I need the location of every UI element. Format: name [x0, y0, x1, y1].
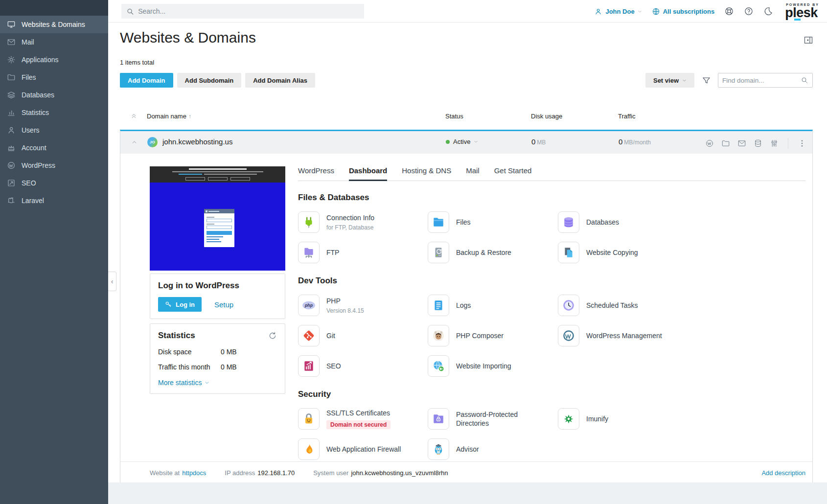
tool-web-application-firewall[interactable]: Web Application Firewall — [298, 437, 428, 461]
sidebar-item-seo[interactable]: SEO — [0, 174, 108, 192]
sidebar-item-mail[interactable]: Mail — [0, 33, 108, 51]
sidebar-item-statistics[interactable]: Statistics — [0, 104, 108, 121]
system-user-label: System user — [313, 469, 348, 477]
find-domain-input[interactable] — [722, 77, 801, 84]
flame-icon — [298, 438, 320, 460]
tool-logs[interactable]: Logs — [428, 294, 558, 317]
tool-advisor[interactable]: Advisor — [428, 437, 558, 461]
tab-wordpress[interactable]: WordPress — [298, 166, 334, 181]
tool-label: SEO — [326, 362, 341, 370]
statistics-card: Statistics Disk space 0 MB Traffic this … — [150, 323, 285, 394]
more-actions-icon[interactable] — [798, 139, 806, 148]
sidebar-item-databases[interactable]: Databases — [0, 86, 108, 104]
tool-wordpress-management[interactable]: WordPress Management — [558, 324, 805, 347]
more-statistics-link[interactable]: More statistics — [158, 379, 277, 387]
tab-dashboard[interactable]: Dashboard — [349, 166, 387, 181]
composer-icon — [428, 325, 449, 346]
global-search — [121, 4, 364, 19]
tool-git[interactable]: Git — [298, 324, 428, 347]
settings-sliders-icon[interactable] — [770, 139, 779, 148]
tool-backup-restore[interactable]: Backup & Restore — [428, 241, 558, 264]
files-shortcut-icon[interactable] — [721, 139, 730, 148]
all-subscriptions-link[interactable]: All subscriptions — [652, 7, 714, 16]
domain-name[interactable]: john.kcwebhosting.us — [162, 137, 232, 146]
sidebar-item-label: Users — [22, 126, 40, 134]
tool-label: WordPress Management — [586, 331, 662, 340]
sidebar-item-account[interactable]: Account — [0, 139, 108, 157]
sidebar-item-users[interactable]: Users — [0, 121, 108, 139]
disk-space-label: Disk space — [158, 348, 221, 356]
tool-label: Imunify — [586, 414, 608, 423]
tool-databases[interactable]: Databases — [558, 210, 805, 234]
svg-text:php: php — [304, 303, 313, 308]
collapse-row-icon[interactable] — [131, 139, 138, 145]
column-status[interactable]: Status — [445, 113, 463, 120]
search-input[interactable] — [138, 7, 359, 15]
wordpress-shortcut-icon[interactable] — [705, 139, 714, 148]
collapse-all-icon[interactable] — [131, 113, 137, 119]
sidebar-item-websites-domains[interactable]: Websites & Domains — [0, 16, 108, 33]
domain-row[interactable]: JO john.kcwebhosting.us Active 0MB 0MB/m… — [120, 131, 812, 154]
tool-website-copying[interactable]: Website Copying — [558, 241, 805, 264]
statistics-title: Statistics — [158, 331, 195, 341]
filter-icon[interactable] — [699, 73, 713, 87]
collapse-panel-icon[interactable] — [804, 35, 813, 45]
column-disk-usage[interactable]: Disk usage — [531, 113, 562, 120]
add-subdomain-button[interactable]: Add Subdomain — [177, 73, 242, 88]
tool-php[interactable]: php PHPVersion 8.4.15 — [298, 294, 428, 317]
database-shortcut-icon[interactable] — [754, 139, 762, 148]
tab-hosting-dns[interactable]: Hosting & DNS — [402, 166, 451, 181]
domain-favicon: JO — [147, 137, 158, 147]
laravel-icon — [7, 196, 16, 205]
plesk-logo[interactable]: POWERED BY plesk — [785, 3, 819, 20]
tool-label: Files — [456, 218, 471, 227]
set-view-button[interactable]: Set view — [645, 73, 694, 88]
tool-password-protected-directories[interactable]: Password-Protected Directories — [428, 407, 558, 431]
padlock-icon — [298, 408, 320, 430]
key-icon — [165, 301, 172, 308]
wordpress-login-button[interactable]: Log in — [158, 297, 202, 312]
sidebar-item-laravel[interactable]: Laravel — [0, 192, 108, 209]
crown-icon — [7, 143, 16, 152]
column-traffic[interactable]: Traffic — [618, 113, 635, 120]
add-description-link[interactable]: Add description — [761, 469, 805, 477]
tool-ftp[interactable]: FTP — [298, 241, 428, 264]
sidebar-item-applications[interactable]: Applications — [0, 51, 108, 69]
tool-connection-info[interactable]: Connection Infofor FTP, Database — [298, 210, 428, 234]
tool-scheduled-tasks[interactable]: Scheduled Tasks — [558, 294, 805, 317]
mail-shortcut-icon[interactable] — [737, 139, 746, 148]
refresh-icon[interactable] — [268, 331, 277, 340]
sidebar-item-label: SEO — [22, 179, 36, 187]
chevron-down-icon — [205, 380, 209, 385]
tool-files[interactable]: Files — [428, 210, 558, 234]
tool-imunify[interactable]: Imunify — [558, 407, 805, 431]
support-lifering-icon[interactable] — [724, 6, 734, 16]
tab-get-started[interactable]: Get Started — [494, 166, 532, 181]
add-domain-alias-button[interactable]: Add Domain Alias — [245, 73, 315, 88]
tool-website-importing[interactable]: Website Importing — [428, 354, 558, 378]
sidebar-item-wordpress[interactable]: WordPress — [0, 157, 108, 174]
column-domain-name[interactable]: Domain name↑ — [147, 113, 191, 120]
tool-seo[interactable]: SEO — [298, 354, 428, 378]
httpdocs-link[interactable]: httpdocs — [182, 469, 206, 477]
wordpress-setup-link[interactable]: Setup — [214, 300, 233, 309]
tab-mail[interactable]: Mail — [466, 166, 480, 181]
add-domain-button[interactable]: Add Domain — [120, 73, 173, 88]
site-preview-thumbnail[interactable] — [150, 166, 285, 271]
user-menu[interactable]: John Doe — [594, 7, 642, 16]
traffic-row: Traffic this month 0 MB — [158, 363, 277, 371]
sidebar-item-label: Websites & Domains — [22, 21, 85, 28]
section-security: Security SSL/TLS CertificatesDomain not … — [298, 389, 805, 461]
sidebar-collapse-handle[interactable]: ‹ — [108, 272, 116, 291]
help-icon[interactable] — [744, 6, 754, 16]
tool-php-composer[interactable]: PHP Composer — [428, 324, 558, 347]
domain-status[interactable]: Active — [446, 138, 478, 145]
sidebar-item-label: Databases — [22, 91, 54, 99]
mail-icon — [7, 38, 16, 46]
dark-mode-moon-icon[interactable] — [763, 6, 773, 16]
sidebar-item-files[interactable]: Files — [0, 69, 108, 86]
tool-ssl-tls-certificates[interactable]: SSL/TLS CertificatesDomain not secured — [298, 407, 428, 431]
tool-label: Password-Protected Directories — [456, 410, 549, 428]
clock-icon — [558, 295, 579, 316]
person-icon — [594, 7, 602, 16]
